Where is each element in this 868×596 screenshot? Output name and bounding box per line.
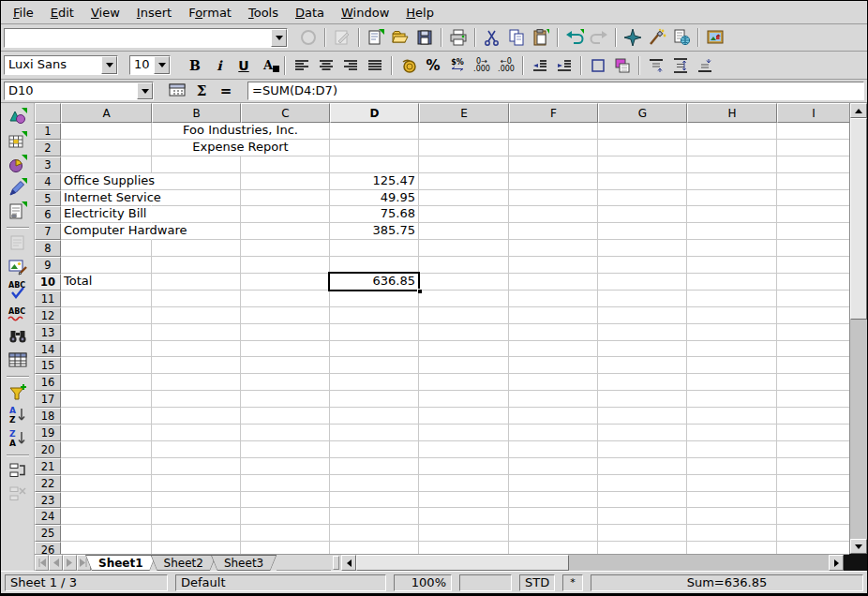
cell-E18[interactable] — [419, 408, 509, 425]
cell-E9[interactable] — [419, 257, 509, 274]
column-header-G[interactable]: G — [598, 103, 687, 123]
cell-F17[interactable] — [509, 391, 598, 408]
cell-B3[interactable] — [152, 156, 241, 173]
cell-H22[interactable] — [687, 475, 777, 492]
cell-C23[interactable] — [241, 492, 330, 509]
cell-A1[interactable] — [61, 123, 152, 140]
font-name-combobox[interactable]: Luxi Sans — [4, 55, 118, 75]
cell-C18[interactable] — [241, 408, 330, 425]
cell-A3[interactable] — [61, 156, 152, 173]
cell-D16[interactable] — [330, 374, 419, 391]
font-size-dropdown-button[interactable] — [154, 56, 170, 74]
cell-B13[interactable] — [152, 324, 241, 341]
cell-H10[interactable] — [687, 274, 777, 291]
cell-E19[interactable] — [419, 425, 509, 441]
cell-F2[interactable] — [509, 140, 598, 156]
cell-D12[interactable] — [330, 307, 419, 324]
cell-E21[interactable] — [419, 458, 509, 475]
cell-A16[interactable] — [61, 374, 152, 391]
menu-file[interactable]: File — [5, 4, 42, 22]
save-button[interactable] — [413, 26, 436, 49]
insert-graphics-button[interactable] — [5, 256, 31, 278]
cell-F22[interactable] — [509, 475, 598, 492]
cell-A18[interactable] — [61, 408, 152, 425]
cell-H3[interactable] — [687, 156, 777, 173]
cell-D8[interactable] — [330, 240, 419, 257]
font-size-combobox[interactable]: 10 — [129, 55, 171, 75]
horizontal-scroll-track[interactable] — [569, 555, 829, 571]
cell-C15[interactable] — [241, 357, 330, 374]
cell-C11[interactable] — [241, 291, 330, 307]
row-header-10[interactable]: 10 — [35, 274, 61, 291]
justify-button[interactable] — [364, 54, 386, 77]
menu-help[interactable]: Help — [397, 4, 442, 22]
cell-E16[interactable] — [419, 374, 509, 391]
cell-C19[interactable] — [241, 425, 330, 441]
cell-E25[interactable] — [419, 525, 509, 542]
cell-G10[interactable] — [598, 274, 687, 291]
decrease-indent-button[interactable] — [529, 54, 551, 77]
cell-C3[interactable] — [241, 156, 330, 173]
cell-B24[interactable] — [152, 508, 241, 525]
horizontal-scroll-thumb[interactable] — [356, 555, 569, 571]
delete-decimal-button[interactable]: ←0.000 — [495, 54, 517, 77]
row-header-4[interactable]: 4 — [35, 173, 61, 190]
cell-C8[interactable] — [241, 240, 330, 257]
cell-B22[interactable] — [152, 475, 241, 492]
cell-G4[interactable] — [598, 173, 687, 190]
cell-H7[interactable] — [687, 223, 777, 240]
cell-A9[interactable] — [61, 257, 152, 274]
cell-D23[interactable] — [330, 492, 419, 509]
cell-I13[interactable] — [777, 324, 849, 341]
cell-F4[interactable] — [509, 173, 598, 190]
cell-F20[interactable] — [509, 441, 598, 458]
row-header-26[interactable]: 26 — [35, 542, 61, 554]
cell-H1[interactable] — [687, 123, 777, 140]
column-header-E[interactable]: E — [419, 103, 509, 123]
cell-B20[interactable] — [152, 441, 241, 458]
print-button[interactable] — [447, 26, 470, 49]
column-header-C[interactable]: C — [241, 103, 330, 123]
menu-insert[interactable]: Insert — [128, 4, 180, 22]
first-sheet-button[interactable] — [35, 555, 49, 571]
insert-form-button[interactable] — [5, 201, 31, 223]
data-sources-button[interactable] — [5, 350, 31, 372]
scroll-down-button[interactable] — [850, 539, 867, 554]
cell-H13[interactable] — [687, 324, 777, 341]
cell-D15[interactable] — [330, 357, 419, 374]
menu-tools[interactable]: Tools — [240, 4, 287, 22]
bold-button[interactable]: B — [184, 54, 206, 77]
row-header-13[interactable]: 13 — [35, 324, 61, 341]
cell-B15[interactable] — [152, 357, 241, 374]
cell-C22[interactable] — [241, 475, 330, 492]
vertical-scroll-track[interactable] — [850, 320, 867, 539]
column-header-I[interactable]: I — [777, 103, 849, 123]
group-button[interactable] — [5, 460, 31, 483]
cell-D4[interactable]: 125.47 — [330, 173, 419, 190]
cell-G18[interactable] — [598, 408, 687, 425]
url-dropdown-button[interactable] — [271, 29, 287, 47]
row-header-5[interactable]: 5 — [35, 190, 61, 207]
cell-A4[interactable]: Office Supplies — [61, 173, 152, 190]
cell-D13[interactable] — [330, 324, 419, 341]
selection-mode-panel[interactable]: STD — [519, 574, 555, 591]
cell-G2[interactable] — [598, 140, 687, 156]
cell-F8[interactable] — [509, 240, 598, 257]
cell-B2[interactable]: Expense Report — [152, 140, 330, 156]
cell-I1[interactable] — [777, 123, 849, 140]
cell-H11[interactable] — [687, 291, 777, 307]
cell-A7[interactable]: Computer Hardware — [61, 223, 152, 240]
cell-I6[interactable] — [777, 206, 849, 223]
align-bottom-button[interactable] — [694, 54, 716, 77]
cell-G22[interactable] — [598, 475, 687, 492]
cell-H21[interactable] — [687, 458, 777, 475]
new-document-button[interactable] — [365, 26, 387, 49]
cell-C7[interactable] — [241, 223, 330, 240]
row-header-16[interactable]: 16 — [35, 374, 61, 391]
cell-B19[interactable] — [152, 425, 241, 441]
menu-view[interactable]: View — [82, 4, 128, 22]
cell-C12[interactable] — [241, 307, 330, 324]
cell-E24[interactable] — [419, 508, 509, 525]
cell-H19[interactable] — [687, 425, 777, 441]
align-right-button[interactable] — [339, 54, 362, 77]
